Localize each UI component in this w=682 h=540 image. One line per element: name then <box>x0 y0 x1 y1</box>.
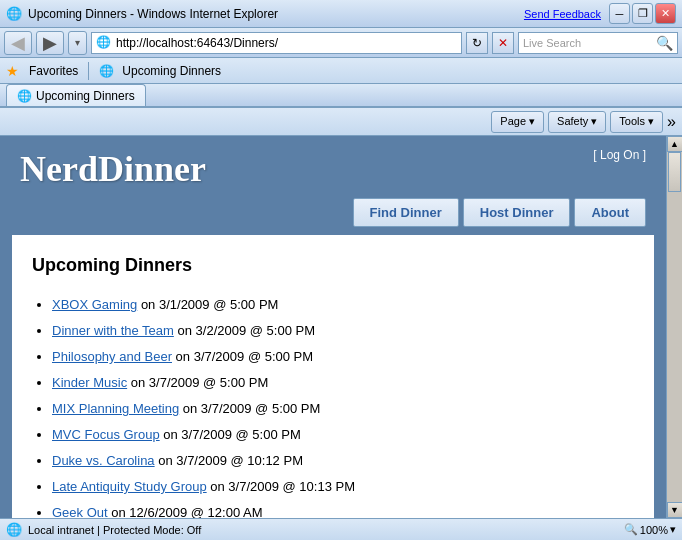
back-button[interactable]: ◀ <box>4 31 32 55</box>
list-item: XBOX Gaming on 3/1/2009 @ 5:00 PM <box>52 292 624 318</box>
minimize-button[interactable]: ─ <box>609 3 630 24</box>
list-item: MIX Planning Meeting on 3/7/2009 @ 5:00 … <box>52 396 624 422</box>
stop-button[interactable]: ✕ <box>492 32 514 54</box>
send-feedback-link[interactable]: Send Feedback <box>524 8 601 20</box>
list-item: Kinder Music on 3/7/2009 @ 5:00 PM <box>52 370 624 396</box>
dinner-date: on 3/7/2009 @ 5:00 PM <box>179 401 320 416</box>
login-bracket-open: [ <box>593 148 600 162</box>
safety-button[interactable]: Safety ▾ <box>548 111 606 133</box>
zoom-chevron-icon: ▾ <box>670 523 676 536</box>
dinner-date: on 12/6/2009 @ 12:00 AM <box>108 505 263 518</box>
nd-header: NerdDinner [ Log On ] <box>0 136 666 190</box>
search-box[interactable]: Live Search 🔍 <box>518 32 678 54</box>
dinner-date: on 3/1/2009 @ 5:00 PM <box>137 297 278 312</box>
page-label: Page ▾ <box>500 115 535 128</box>
dinner-link[interactable]: Philosophy and Beer <box>52 349 172 364</box>
page-icon: 🌐 <box>96 35 112 51</box>
toolbar-row: Page ▾ Safety ▾ Tools ▾ » <box>0 108 682 136</box>
section-title: Upcoming Dinners <box>32 255 624 276</box>
tools-label: Tools ▾ <box>619 115 654 128</box>
site-title: NerdDinner <box>20 148 206 190</box>
address-box[interactable]: 🌐 http://localhost:64643/Dinners/ <box>91 32 462 54</box>
zoom-level[interactable]: 🔍 100% ▾ <box>624 523 676 536</box>
dinner-link[interactable]: Geek Out <box>52 505 108 518</box>
dinner-date: on 3/7/2009 @ 5:00 PM <box>127 375 268 390</box>
scroll-thumb[interactable] <box>668 152 681 192</box>
search-placeholder: Live Search <box>523 37 654 49</box>
restore-button[interactable]: ❐ <box>632 3 653 24</box>
dinner-list: XBOX Gaming on 3/1/2009 @ 5:00 PMDinner … <box>32 292 624 518</box>
tab-title: Upcoming Dinners <box>36 89 135 103</box>
page-content: NerdDinner [ Log On ] Find Dinner Host D… <box>0 136 666 518</box>
scroll-down-button[interactable]: ▼ <box>667 502 683 518</box>
dinner-link[interactable]: MVC Focus Group <box>52 427 160 442</box>
tab-upcoming-dinners[interactable]: 🌐 Upcoming Dinners <box>6 84 146 106</box>
scrollbar[interactable]: ▲ ▼ <box>666 136 682 518</box>
login-area: [ Log On ] <box>593 148 646 162</box>
ie-logo-icon: 🌐 <box>6 6 22 22</box>
dinner-date: on 3/7/2009 @ 5:00 PM <box>172 349 313 364</box>
refresh-button[interactable]: ↻ <box>466 32 488 54</box>
scroll-up-button[interactable]: ▲ <box>667 136 683 152</box>
dinner-link[interactable]: Duke vs. Carolina <box>52 453 155 468</box>
close-button[interactable]: ✕ <box>655 3 676 24</box>
host-dinner-button[interactable]: Host Dinner <box>463 198 571 227</box>
list-item: Duke vs. Carolina on 3/7/2009 @ 10:12 PM <box>52 448 624 474</box>
dinner-date: on 3/7/2009 @ 10:13 PM <box>207 479 355 494</box>
login-link[interactable]: Log On <box>600 148 639 162</box>
forward-button[interactable]: ▶ <box>36 31 64 55</box>
list-item: Philosophy and Beer on 3/7/2009 @ 5:00 P… <box>52 344 624 370</box>
zoom-value: 100% <box>640 524 668 536</box>
safety-label: Safety ▾ <box>557 115 597 128</box>
dinner-date: on 3/7/2009 @ 10:12 PM <box>155 453 303 468</box>
about-button[interactable]: About <box>574 198 646 227</box>
page-button[interactable]: Page ▾ <box>491 111 544 133</box>
find-dinner-button[interactable]: Find Dinner <box>353 198 459 227</box>
status-text: Local intranet | Protected Mode: Off <box>28 524 618 536</box>
list-item: Late Antiquity Study Group on 3/7/2009 @… <box>52 474 624 500</box>
scroll-track[interactable] <box>667 152 682 502</box>
window-controls: ─ ❐ ✕ <box>609 3 676 24</box>
dinner-link[interactable]: Dinner with the Team <box>52 323 174 338</box>
star-icon: ★ <box>6 63 19 79</box>
dinner-link[interactable]: MIX Planning Meeting <box>52 401 179 416</box>
ie-tab-icon: 🌐 <box>99 64 114 78</box>
dinner-link[interactable]: XBOX Gaming <box>52 297 137 312</box>
favorites-label[interactable]: Favorites <box>29 64 78 78</box>
list-item: Dinner with the Team on 3/2/2009 @ 5:00 … <box>52 318 624 344</box>
list-item: Geek Out on 12/6/2009 @ 12:00 AM <box>52 500 624 518</box>
recent-pages-button[interactable]: ▾ <box>68 31 87 55</box>
browser-content: NerdDinner [ Log On ] Find Dinner Host D… <box>0 136 682 518</box>
intranet-icon: 🌐 <box>6 522 22 537</box>
status-bar: 🌐 Local intranet | Protected Mode: Off 🔍… <box>0 518 682 540</box>
login-bracket-close: ] <box>639 148 646 162</box>
nd-nav: Find Dinner Host Dinner About <box>0 190 666 235</box>
nd-main: Upcoming Dinners XBOX Gaming on 3/1/2009… <box>12 235 654 518</box>
tab-icon: 🌐 <box>17 89 32 103</box>
tab-bar: 🌐 Upcoming Dinners <box>0 84 682 108</box>
separator <box>88 62 89 80</box>
dinner-date: on 3/7/2009 @ 5:00 PM <box>160 427 301 442</box>
address-text: http://localhost:64643/Dinners/ <box>116 36 457 50</box>
dinner-link[interactable]: Late Antiquity Study Group <box>52 479 207 494</box>
dinner-link[interactable]: Kinder Music <box>52 375 127 390</box>
list-item: MVC Focus Group on 3/7/2009 @ 5:00 PM <box>52 422 624 448</box>
address-bar-row: ◀ ▶ ▾ 🌐 http://localhost:64643/Dinners/ … <box>0 28 682 58</box>
favorites-bar: ★ Favorites 🌐 Upcoming Dinners <box>0 58 682 84</box>
title-bar: 🌐 Upcoming Dinners - Windows Internet Ex… <box>0 0 682 28</box>
tab-label[interactable]: Upcoming Dinners <box>122 64 221 78</box>
zoom-icon: 🔍 <box>624 523 638 536</box>
toolbar-more-icon[interactable]: » <box>667 113 676 131</box>
dinner-date: on 3/2/2009 @ 5:00 PM <box>174 323 315 338</box>
tools-button[interactable]: Tools ▾ <box>610 111 663 133</box>
window-title: Upcoming Dinners - Windows Internet Expl… <box>28 7 524 21</box>
search-icon[interactable]: 🔍 <box>656 35 673 51</box>
